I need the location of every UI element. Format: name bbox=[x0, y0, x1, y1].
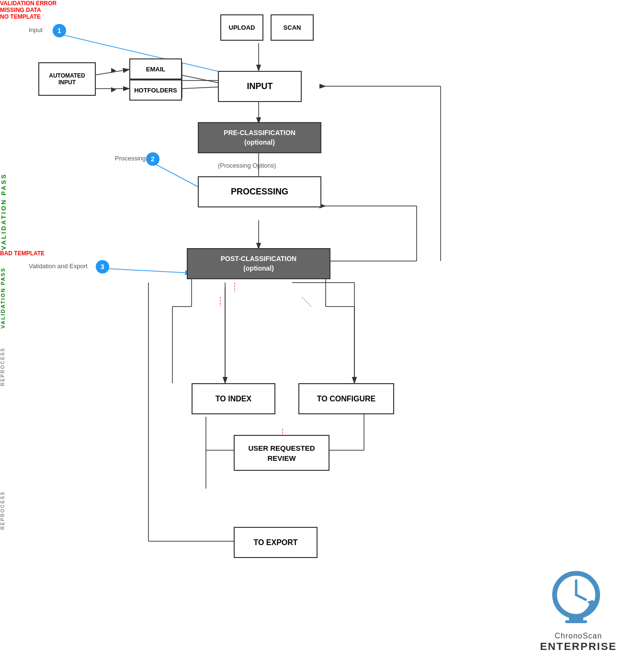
svg-line-48 bbox=[576, 595, 586, 600]
scan-box: SCAN bbox=[271, 14, 314, 41]
user-requested-review-box: USER REQUESTED REVIEW bbox=[234, 435, 329, 471]
post-classification-box: POST-CLASSIFICATION (optional) bbox=[187, 248, 330, 279]
validation-error-label: VALIDATION ERROR bbox=[0, 0, 636, 7]
validation-pass-inner: VALIDATION PASS bbox=[0, 257, 6, 329]
to-configure-box: TO CONFIGURE bbox=[298, 383, 394, 414]
to-export-box: TO EXPORT bbox=[234, 527, 318, 558]
email-box: EMAIL bbox=[129, 58, 182, 80]
logo-brand: ChronoScan bbox=[540, 632, 617, 640]
diagram-container: Input 1 Processing 2 Validation and Expo… bbox=[0, 0, 636, 672]
step2-label: Processing bbox=[115, 155, 146, 162]
svg-line-44 bbox=[302, 297, 311, 307]
to-index-box: TO INDEX bbox=[192, 383, 275, 414]
logo-area: ChronoScan ENTERPRISE bbox=[540, 569, 617, 653]
hotfolders-box: HOTFOLDERS bbox=[129, 80, 182, 101]
step1-label: Input bbox=[29, 26, 43, 34]
svg-rect-51 bbox=[565, 620, 587, 623]
pre-classification-box: PRE-CLASSIFICATION (optional) bbox=[198, 122, 321, 153]
upload-box: UPLOAD bbox=[220, 14, 263, 41]
chronoscan-logo-icon bbox=[550, 569, 607, 626]
processing-options-label: (Processing Options) bbox=[218, 162, 276, 169]
step3-circle: 3 bbox=[96, 260, 109, 273]
automated-input-box: AUTOMATED INPUT bbox=[38, 62, 96, 96]
logo-product: ENTERPRISE bbox=[540, 640, 617, 653]
reprocess-inner-label: REPROCESS bbox=[0, 329, 5, 386]
step1-circle: 1 bbox=[53, 24, 66, 37]
svg-rect-50 bbox=[569, 616, 583, 620]
validation-pass-left: VALIDATION PASS bbox=[0, 20, 7, 250]
no-template-label: NO TEMPLATE bbox=[0, 13, 636, 20]
missing-data-label: MISSING DATA bbox=[0, 7, 636, 13]
reprocess-outer-label: REPROCESS bbox=[0, 386, 5, 530]
input-box: INPUT bbox=[218, 71, 302, 102]
step2-circle: 2 bbox=[146, 152, 159, 166]
svg-line-6 bbox=[98, 268, 192, 273]
arrow-to-hotfolders: ▶ bbox=[111, 85, 116, 93]
processing-box: PROCESSING bbox=[198, 176, 321, 207]
step3-label: Validation and Export bbox=[29, 262, 88, 270]
arrow-to-email: ▶ bbox=[111, 66, 116, 74]
